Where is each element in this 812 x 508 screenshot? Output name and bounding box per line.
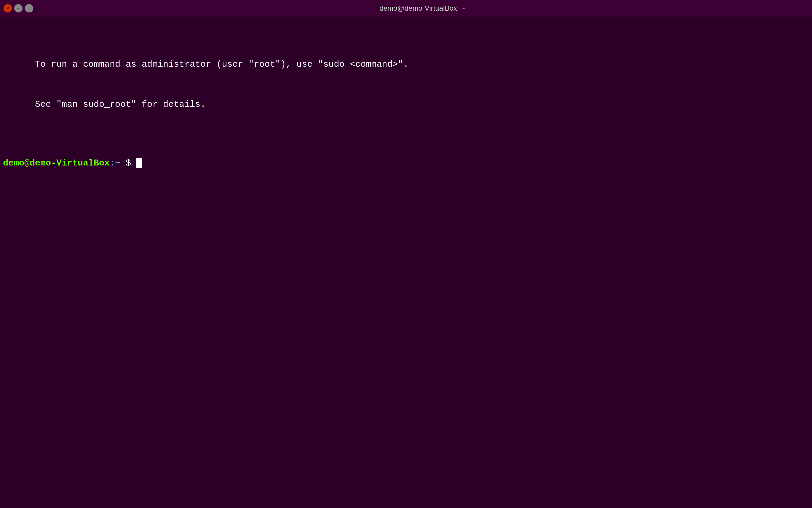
prompt-user: demo@demo-VirtualBox	[3, 157, 110, 169]
prompt-separator: :	[110, 157, 115, 169]
close-button[interactable]: ✕	[4, 4, 12, 12]
terminal-window: ✕ – □ demo@demo-VirtualBox: ~ To run a c…	[0, 0, 812, 508]
prompt-dollar: $	[120, 157, 136, 169]
terminal-body[interactable]: To run a command as administrator (user …	[0, 16, 812, 508]
prompt-path: ~	[115, 157, 120, 169]
prompt-line[interactable]: demo@demo-VirtualBox : ~ $	[3, 157, 809, 169]
maximize-button[interactable]: □	[25, 4, 33, 12]
titlebar: ✕ – □ demo@demo-VirtualBox: ~	[0, 0, 812, 16]
window-title: demo@demo-VirtualBox: ~	[36, 4, 808, 12]
minimize-button[interactable]: –	[14, 4, 22, 12]
maximize-icon: □	[28, 6, 30, 11]
minimize-icon: –	[17, 6, 19, 11]
info-message: To run a command as administrator (user …	[3, 44, 809, 125]
info-line2: See "man sudo_root" for details.	[35, 99, 206, 110]
close-icon: ✕	[6, 6, 9, 11]
info-line1: To run a command as administrator (user …	[35, 59, 409, 70]
titlebar-buttons: ✕ – □	[4, 4, 33, 12]
terminal-cursor	[136, 158, 142, 168]
